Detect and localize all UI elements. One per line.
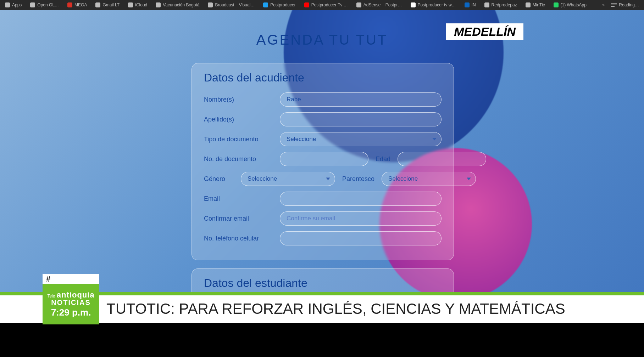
label-confirm-email: Confirmar email (204, 215, 275, 222)
label-genero: Género (204, 175, 236, 183)
brand-name: antioquia (57, 290, 95, 299)
favicon-icon (304, 2, 309, 7)
page-title: AGENDA TU TUT (0, 32, 644, 48)
input-apellido[interactable] (280, 112, 442, 126)
label-apellido: Apellido(s) (204, 116, 275, 123)
bookmark-label: Postproducer (270, 2, 295, 7)
favicon-icon (128, 2, 133, 7)
bm-gmail[interactable]: Gmail LT (95, 2, 120, 7)
bm-whatsapp[interactable]: (1) WhatsApp (554, 2, 587, 7)
favicon-icon (208, 2, 213, 7)
hashtag-badge: # (43, 274, 99, 284)
input-confirm-email[interactable] (280, 211, 442, 226)
label-edad: Edad (376, 155, 390, 163)
section-title-student: Datos del estudiante (204, 277, 442, 290)
input-nodoc[interactable] (280, 152, 368, 166)
favicon-icon (356, 2, 361, 7)
favicon-icon (5, 2, 10, 7)
bm-linkedin[interactable]: IN (465, 2, 476, 7)
bookmark-label: MEGA (74, 2, 87, 7)
bm-postproducer-w[interactable]: Postproducer tv w… (411, 2, 456, 7)
bookmark-label: iCloud (135, 2, 147, 7)
brand-noticias: NOTICIAS (51, 299, 91, 306)
favicon-icon (67, 2, 72, 7)
bm-redprodepaz[interactable]: Redprodepaz (484, 2, 517, 7)
chevron-down-icon (432, 138, 437, 141)
bookmark-label: Apps (12, 2, 22, 7)
bm-postproducer[interactable]: Postproducer (263, 2, 295, 7)
svg-rect-1 (611, 5, 617, 5)
label-parentesco: Parentesco (342, 175, 374, 183)
select-tipodoc[interactable] (280, 132, 442, 146)
location-badge: MEDELLÍN (446, 23, 523, 40)
letterbox-bottom (0, 323, 644, 357)
bm-opengl[interactable]: Open GL… (30, 2, 59, 7)
bookmark-label: Postproducer Tv … (311, 2, 348, 7)
input-edad[interactable] (398, 152, 486, 166)
input-email[interactable] (280, 192, 442, 206)
section-title-guardian: Datos del acudiente (204, 71, 442, 84)
chevron-down-icon (326, 178, 330, 180)
label-email: Email (204, 195, 275, 203)
bm-mega[interactable]: MEGA (67, 2, 87, 7)
select-genero[interactable] (241, 172, 335, 186)
broadcast-time: 7:29 p.m. (51, 308, 91, 317)
bookmark-label: Open GL… (37, 2, 59, 7)
bookmark-label: Vacunación Bogotá (163, 2, 199, 7)
select-parentesco[interactable] (382, 172, 476, 186)
bm-broadcast[interactable]: Broadcast – Visual… (208, 2, 255, 7)
label-telefono: No. teléfono celular (204, 235, 275, 242)
bookmark-label: MinTic (533, 2, 545, 7)
label-tipodoc: Tipo de documento (204, 136, 275, 143)
favicon-icon (95, 2, 100, 7)
favicon-icon (526, 2, 531, 7)
favicon-icon (263, 2, 268, 7)
bm-vacunacion[interactable]: Vacunación Bogotá (156, 2, 199, 7)
bm-adsense[interactable]: AdSense – Postpr… (356, 2, 402, 7)
bm-mintic[interactable]: MinTic (526, 2, 545, 7)
bm-icloud[interactable]: iCloud (128, 2, 147, 7)
input-nombre[interactable] (280, 92, 442, 107)
bookmark-label: IN (472, 2, 476, 7)
favicon-icon (465, 2, 470, 7)
bookmark-label: Redprodepaz (492, 2, 517, 7)
channel-logo: # Tele antioquia NOTICIAS 7:29 p.m. (43, 274, 99, 324)
favicon-icon (411, 2, 416, 7)
label-nodoc: No. de documento (204, 155, 275, 163)
reading-list-icon (611, 2, 617, 7)
news-headline: TUTOTIC: PARA REFORZAR INGLÉS, CIENCIAS … (106, 300, 565, 317)
chevron-down-icon (467, 178, 471, 180)
bookmark-label: (1) WhatsApp (561, 2, 587, 7)
input-telefono[interactable] (280, 231, 442, 245)
bm-apps[interactable]: Apps (5, 2, 22, 7)
form-card-guardian: Datos del acudiente Nombre(s) Apellido(s… (191, 63, 454, 260)
label-nombre: Nombre(s) (204, 96, 275, 103)
video-stage: AGENDA TU TUT MEDELLÍN Datos del acudien… (0, 10, 644, 357)
favicon-icon (156, 2, 161, 7)
bookmark-label: Postproducer tv w… (418, 2, 456, 7)
bookmark-label: Gmail LT (102, 2, 120, 7)
chevron-right-icon[interactable]: » (603, 2, 605, 7)
bookmark-label: AdSense – Postpr… (363, 2, 402, 7)
favicon-icon (30, 2, 35, 7)
svg-rect-0 (611, 3, 617, 4)
favicon-icon (484, 2, 489, 7)
bookmarks-bar: AppsOpen GL…MEGAGmail LTiCloudVacunación… (0, 0, 644, 10)
bm-postproducer-tv[interactable]: Postproducer Tv … (304, 2, 348, 7)
favicon-icon (554, 2, 559, 7)
bookmark-label: Broadcast – Visual… (215, 2, 255, 7)
brand-prefix: Tele (47, 294, 55, 299)
reading-list-button[interactable]: Reading… (611, 2, 639, 7)
reading-list-label: Reading… (619, 2, 639, 7)
svg-rect-2 (611, 6, 615, 7)
